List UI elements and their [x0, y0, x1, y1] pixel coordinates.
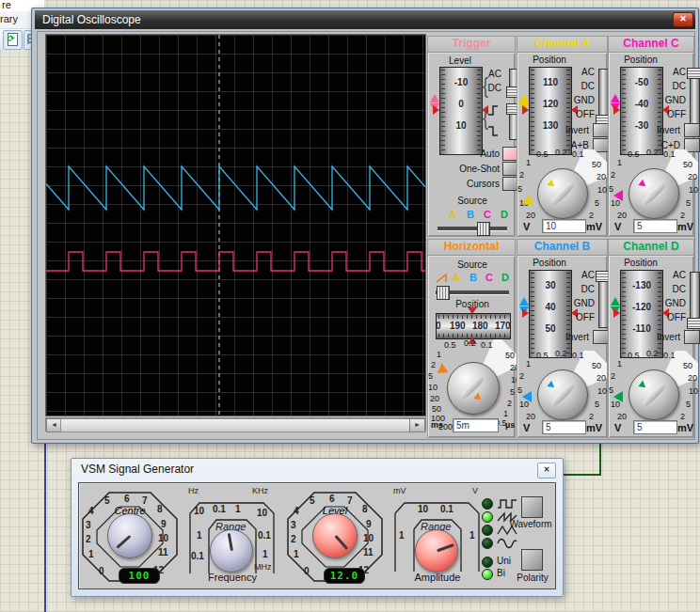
signal-generator-panel: 0123456789101112 Centre 100 Hz KHz MHz 1… [78, 482, 556, 589]
channel-c-gain-dial[interactable]: 0.50.20.1 1251020 50201052 V 5 mV [609, 149, 698, 238]
r-label-4: 2 [589, 211, 594, 220]
position-marker-left-icon [522, 105, 529, 115]
trigger-coupling-labels: ACDC [464, 39, 501, 104]
centre-knob[interactable] [107, 513, 152, 558]
r-label-4: 2 [680, 211, 685, 220]
channel-d-gain-value[interactable]: 5 [633, 420, 677, 434]
r-label-0: 1 [469, 530, 475, 541]
c-label-0: A [449, 209, 456, 220]
timebase-value[interactable]: 5m [453, 418, 499, 432]
scroll-right-button[interactable]: ► [409, 418, 425, 432]
amplitude-range-dial[interactable]: mV V 1 100.1 1 Range [390, 498, 484, 578]
close-button[interactable]: ✕ [673, 12, 693, 27]
waveform-button[interactable] [521, 496, 543, 518]
generator-close-button[interactable]: ✕ [537, 463, 556, 479]
r-label-5: 1 [503, 409, 508, 418]
refresh-library-button[interactable] [3, 30, 23, 50]
channel-a-gain-knob[interactable] [537, 168, 588, 219]
hz-unit-label: Hz [188, 486, 199, 495]
centre-dial[interactable]: 0123456789101112 Centre 100 [81, 491, 179, 583]
khz-unit-label: KHz [252, 486, 268, 495]
r-label-0: 50 [683, 361, 692, 370]
s-label-0: AC [673, 270, 686, 280]
frequency-range-dial[interactable]: Hz KHz MHz 10 1010.1 0.11 0.11 Range [184, 498, 278, 578]
timebase-knob[interactable] [447, 362, 500, 415]
screen-scrollbar[interactable]: ◄ ► [45, 417, 426, 432]
sine-wave-icon [497, 538, 519, 549]
frequency-range-knob[interactable] [210, 529, 253, 573]
channel-a-gain-value[interactable]: 10 [542, 219, 586, 233]
slider-handle[interactable] [437, 286, 450, 300]
one-shot-label: One-Shot [451, 164, 500, 174]
channel-d-invert-button[interactable] [684, 330, 700, 344]
horizontal-source-slider[interactable] [436, 290, 509, 295]
channel-d-gain-dial[interactable]: 0.50.20.1 1251020 50201052 V 5 mV [609, 351, 698, 439]
n-label-11: 11 [363, 547, 374, 557]
channel-c-panel: Channel C Position -50-40-30 ACDCGNDOFF … [608, 36, 694, 237]
r-label-1: 1 [262, 549, 268, 559]
menu-item[interactable]: rary [0, 13, 18, 24]
n-label-3: 3 [86, 520, 91, 530]
channel-b-panel: Channel B Position 304050 ACDCGNDOFF Inv… [517, 239, 608, 438]
channel-c-invert-button[interactable] [684, 123, 700, 137]
channel-b-sawtooth-trace [46, 166, 425, 210]
p-label-2: 10 [440, 120, 482, 131]
n-label-3: 3 [291, 520, 296, 530]
channel-d-gain-knob[interactable] [628, 369, 679, 420]
s-label-1: DC [673, 81, 686, 91]
oscilloscope-titlebar[interactable]: Digital Oscilloscope [35, 10, 695, 29]
wire-horizontal[interactable] [562, 474, 601, 476]
signal-generator-title: VSM Signal Generator [81, 463, 194, 476]
r-label-4: 2 [589, 412, 594, 421]
dial-value-pointer-icon [613, 391, 623, 402]
s-label-1: DC [581, 284, 595, 294]
channel-c-square-trace [46, 252, 425, 271]
c-label-1: B [467, 209, 474, 220]
s-label-3: OFF [576, 312, 595, 322]
n-label-10: 10 [363, 533, 374, 543]
horizontal-position-slider[interactable]: 200190180170 [436, 313, 511, 339]
s-label-1: DC [673, 284, 686, 294]
polarity-button[interactable] [521, 549, 543, 571]
level-dial[interactable]: 0123456789101112 Level 12.0 [286, 491, 384, 583]
channel-b-gain-dial[interactable]: 0.50.20.1 1251020 50201052 V 5 mV [517, 351, 607, 439]
n-label-4: 4 [294, 506, 299, 516]
n-label-1: 1 [294, 549, 299, 559]
millivolts-unit-label: mV [677, 422, 693, 433]
channel-b-invert-button[interactable] [593, 330, 609, 344]
volts-unit-label: V [614, 422, 621, 433]
r-label-2: 10 [689, 185, 698, 195]
r-label-1: 20 [688, 172, 697, 181]
r-label-1: 20 [688, 373, 697, 383]
signal-generator-window: VSM Signal Generator ✕ 0123456789101112 … [71, 458, 564, 597]
slider-handle[interactable] [477, 222, 490, 236]
s-label-2: GND [574, 95, 595, 105]
n-label-2: 2 [86, 534, 91, 544]
n-label-4: 4 [88, 506, 94, 516]
channel-c-gain-value[interactable]: 5 [633, 219, 677, 233]
ms-unit-label: ms [431, 420, 443, 430]
oscilloscope-title: Digital Oscilloscope [42, 13, 141, 26]
c-label-3: D [501, 272, 509, 283]
scrollbar-thumb[interactable] [60, 418, 411, 432]
rising-edge-icon [486, 104, 500, 117]
channel-b-gain-value[interactable]: 5 [542, 420, 586, 434]
channel-b-gain-knob[interactable] [537, 369, 588, 420]
trigger-source-label: Source [428, 196, 517, 206]
channel-a-gain-dial[interactable]: 0.50.20.1 1251020 50201052 V 10 mV [517, 149, 607, 238]
square-wave-icon [497, 498, 519, 510]
scope-screen [45, 34, 426, 416]
channel-c-coupling-switch[interactable] [690, 69, 700, 125]
amplitude-range-knob[interactable] [415, 529, 458, 573]
switch-handle[interactable] [687, 68, 700, 79]
channel-d-coupling-switch[interactable] [690, 272, 700, 328]
switch-handle[interactable] [687, 318, 700, 329]
trigger-source-slider[interactable] [438, 227, 507, 231]
knob-pointer-icon [116, 535, 131, 549]
timebase-dial[interactable]: 0.20.1 0.5125102050100200 5020105210.5 m… [428, 339, 517, 437]
channel-a-invert-button[interactable] [593, 123, 609, 137]
level-knob[interactable] [312, 513, 358, 558]
horizontal-source-channels: ABCD [428, 272, 517, 284]
channel-c-gain-knob[interactable] [628, 168, 679, 219]
close-icon: ✕ [679, 14, 687, 24]
